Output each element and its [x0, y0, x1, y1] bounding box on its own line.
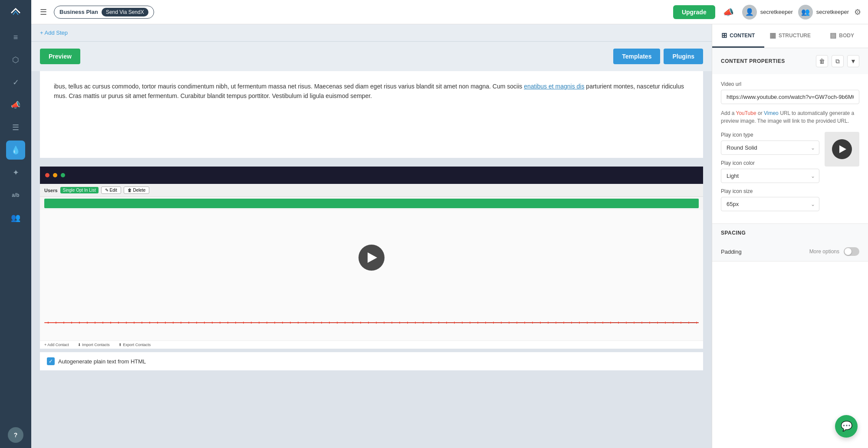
sc-table-col3: ⬆ Export Contacts	[118, 343, 151, 347]
plugins-button[interactable]: Plugins	[664, 49, 703, 64]
campaigns-icon: ⬡	[12, 55, 19, 65]
plan-badge: Business Plan Send Via SendX	[54, 6, 154, 19]
tab-structure[interactable]: ▦ STRUCTURE	[764, 24, 816, 48]
topbar: ☰ Business Plan Send Via SendX Upgrade 📣…	[31, 0, 868, 24]
tasks-icon: ✓	[13, 78, 19, 87]
play-preview-triangle	[839, 145, 846, 153]
chat-button[interactable]: 💬	[835, 415, 858, 438]
menu-icon: ≡	[13, 33, 18, 42]
spacing-header[interactable]: SPACING	[712, 224, 868, 242]
padding-more-options-toggle[interactable]	[844, 247, 859, 256]
sidebar-item-campaigns[interactable]: ⬡	[6, 50, 25, 69]
upgrade-button[interactable]: Upgrade	[673, 5, 715, 19]
send-via-sendx-button[interactable]: Send Via SendX	[102, 8, 148, 16]
autogenerate-checkbox[interactable]: ✓	[47, 357, 55, 365]
tab-content[interactable]: ⊞ CONTENT	[712, 24, 764, 48]
padding-right: More options	[809, 247, 859, 256]
spacing-title: SPACING	[721, 230, 746, 236]
sidebar-item-menu[interactable]: ≡	[6, 28, 25, 47]
sidebar: ≡ ⬡ ✓ 📣 ☰ 💧 ✦ a/b 👥 ?	[0, 0, 31, 448]
megaphone-icon: 📣	[11, 100, 20, 110]
video-url-hint: Add a YouTube or Vimeo URL to automatica…	[721, 109, 859, 125]
email-toolbar: Preview Templates Plugins	[31, 42, 712, 71]
play-icon-type-label: Play icon type	[721, 132, 819, 138]
play-icon-type-select[interactable]: Round Solid Round Outline Square Solid S…	[721, 141, 819, 155]
play-icon-size-label: Play icon size	[721, 188, 819, 194]
delete-action-button[interactable]: 🗑	[816, 55, 828, 67]
delete-icon: 🗑	[819, 58, 825, 65]
add-step-button[interactable]: + Add Step	[40, 29, 68, 36]
plan-name: Business Plan	[59, 9, 98, 15]
content-properties-title: CONTENT PROPERTIES	[721, 58, 785, 64]
email-body-text: ibus, tellus ac cursus commodo, tortor m…	[54, 82, 689, 101]
ab-test-label: a/b	[12, 192, 19, 198]
content-properties-header: CONTENT PROPERTIES 🗑 ⧉ ▼	[712, 48, 868, 74]
user-area-1[interactable]: 👤 secretkeeper	[742, 5, 793, 20]
toolbar-right: Templates Plugins	[613, 49, 703, 64]
list-icon: ☰	[12, 123, 19, 132]
copy-icon: ⧉	[835, 58, 840, 65]
sc-table-col2: ⬇ Import Contacts	[78, 343, 110, 347]
body-tab-label: BODY	[839, 33, 854, 39]
tab-body[interactable]: ▤ BODY	[816, 24, 868, 48]
play-preview-box[interactable]	[825, 132, 859, 167]
content-properties-actions: 🗑 ⧉ ▼	[816, 55, 859, 67]
expand-icon: ▼	[850, 58, 856, 65]
sidebar-item-ab[interactable]: a/b	[6, 186, 25, 205]
play-icon-size-select[interactable]: 40px 50px 65px 80px 100px	[721, 197, 819, 211]
right-panel: ⊞ CONTENT ▦ STRUCTURE ▤ BODY CONTENT PRO…	[712, 24, 868, 448]
preview-button[interactable]: Preview	[40, 49, 80, 64]
settings-icon[interactable]: ⚙	[854, 7, 861, 17]
panel-tabs: ⊞ CONTENT ▦ STRUCTURE ▤ BODY	[712, 24, 868, 48]
more-options-label: More options	[809, 249, 839, 255]
expand-action-button[interactable]: ▼	[847, 55, 859, 67]
sc-edit-btn[interactable]: ✎ Edit	[101, 186, 121, 194]
vimeo-link[interactable]: Vimeo	[764, 110, 779, 116]
chat-icon: 💬	[841, 421, 852, 432]
drops-icon: 💧	[11, 145, 20, 155]
play-icon-preview[interactable]	[825, 132, 859, 167]
topbar-menu-icon[interactable]: ☰	[38, 6, 49, 19]
notification-icon[interactable]: 📣	[720, 4, 737, 20]
username-2: secretkeeper	[816, 9, 849, 15]
play-icon-color-select-wrap: Light Dark ⌄	[721, 169, 819, 183]
sc-delete-btn[interactable]: 🗑 Delete	[124, 186, 150, 194]
play-preview-inner	[832, 139, 852, 159]
play-icon-type-row: Play icon type Round Solid Round Outline…	[721, 132, 859, 216]
main-area: ☰ Business Plan Send Via SendX Upgrade 📣…	[31, 0, 868, 448]
play-icon-type-left: Play icon type Round Solid Round Outline…	[721, 132, 819, 216]
content-tab-icon: ⊞	[721, 31, 727, 39]
bell-icon: 📣	[723, 7, 734, 17]
editor-top-bar: + Add Step	[31, 24, 712, 42]
padding-label: Padding	[721, 249, 742, 255]
video-block[interactable]: Users Single Opt In List ✎ Edit 🗑 Delete…	[40, 167, 703, 349]
video-url-input[interactable]	[721, 90, 859, 104]
autogenerate-label: Autogenerate plain text from HTML	[58, 358, 146, 365]
sidebar-item-wand[interactable]: ✦	[6, 163, 25, 182]
play-triangle-icon	[368, 252, 377, 263]
sidebar-item-tasks[interactable]: ✓	[6, 73, 25, 92]
sc-table-col1: + Add Contact	[44, 343, 69, 347]
sidebar-item-drops[interactable]: 💧	[6, 141, 25, 160]
play-icon-type-select-wrap: Round Solid Round Outline Square Solid S…	[721, 141, 819, 155]
sc-chart-dots	[44, 321, 699, 324]
sidebar-item-lists[interactable]: ☰	[6, 118, 25, 137]
youtube-link[interactable]: YouTube	[736, 110, 756, 116]
video-play-button[interactable]	[358, 245, 385, 271]
play-icon-color-select[interactable]: Light Dark	[721, 169, 819, 183]
copy-action-button[interactable]: ⧉	[832, 55, 844, 67]
help-label: ?	[14, 432, 18, 438]
sc-tag: Single Opt In List	[60, 187, 99, 193]
sc-success-bar	[44, 199, 699, 208]
user-area-2[interactable]: 👥 secretkeeper	[798, 5, 849, 20]
avatar-2: 👥	[798, 5, 813, 20]
templates-button[interactable]: Templates	[613, 49, 660, 64]
sidebar-item-users[interactable]: 👥	[6, 208, 25, 227]
content-tab-label: CONTENT	[730, 33, 755, 39]
username-1: secretkeeper	[760, 9, 793, 15]
email-link[interactable]: enatibus et magnis dis	[524, 83, 584, 90]
padding-row: Padding More options	[712, 242, 868, 261]
sidebar-item-broadcasts[interactable]: 📣	[6, 95, 25, 114]
app-logo[interactable]	[8, 5, 23, 21]
help-button[interactable]: ?	[8, 427, 23, 443]
